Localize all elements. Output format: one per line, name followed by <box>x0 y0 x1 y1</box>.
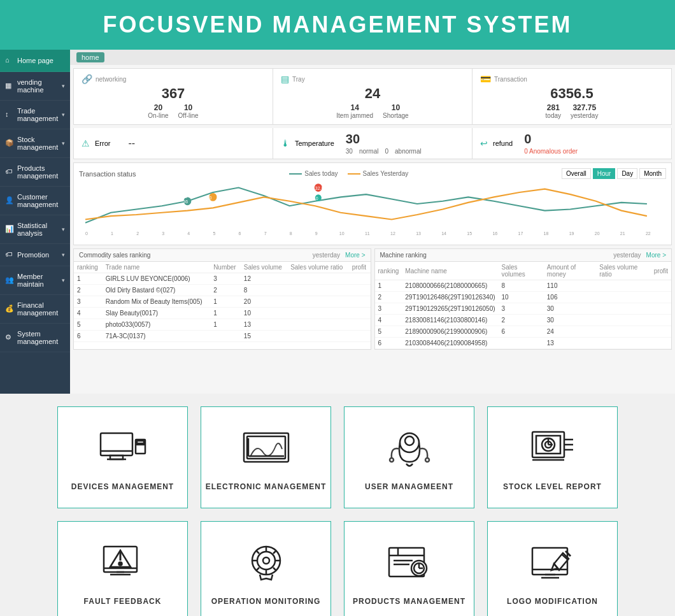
svg-text:5: 5 <box>213 231 215 236</box>
table-row: 2Old Dirty Bastard ©(027)28 <box>74 285 371 296</box>
trade-icon: ↕ <box>5 110 14 119</box>
svg-rect-34 <box>101 433 132 455</box>
operation-label: OPERATION MONITORING <box>211 597 321 606</box>
sidebar-item-financial[interactable]: 💰 Financal management <box>0 295 70 324</box>
stock-icon: 📦 <box>5 139 14 148</box>
temp-normal: 30 <box>346 148 353 155</box>
networking-number: 367 <box>82 87 265 101</box>
table-row: 121080000666(21080000665)8110 <box>375 280 672 292</box>
col-profit: profit <box>651 262 671 280</box>
col-sales-ratio: Sales volume ratio <box>596 262 651 280</box>
sidebar-item-member[interactable]: 👥 Member maintain ▾ <box>0 266 70 295</box>
user-mgmt-icon <box>384 424 435 475</box>
col-profit: profit <box>349 262 371 273</box>
tray-label: Tray <box>292 76 305 83</box>
sidebar-item-trade[interactable]: ↕ Trade management ▾ <box>0 101 70 129</box>
chart-title: Transaction status <box>79 170 136 178</box>
today-label: today <box>546 112 561 119</box>
sidebar-item-label: Trade management <box>17 107 59 122</box>
sidebar-item-vending[interactable]: ▦ vending machine ▾ <box>0 72 70 101</box>
devices-label: DEVICES MANAGEMENT <box>71 482 174 491</box>
svg-text:22: 22 <box>646 231 651 236</box>
col-trade-name: Trade name <box>103 262 210 273</box>
network-icon: 🔗 <box>82 74 92 84</box>
anomalous-label: Anomalous order <box>529 148 578 155</box>
sidebar-item-system[interactable]: ⚙ System management <box>0 324 70 352</box>
fault-label: FAULT FEEDBACK <box>84 597 162 606</box>
stats-row-2: ⚠ Error -- 🌡 Temperature 30 30 normal 0 … <box>73 128 672 159</box>
svg-text:0: 0 <box>85 231 88 236</box>
sidebar-item-home[interactable]: ⌂ Home page <box>0 50 70 72</box>
products-mgmt-icon <box>384 538 435 589</box>
sidebar-item-label: vending machine <box>17 78 59 94</box>
logo-mod-icon <box>527 538 578 589</box>
svg-text:17: 17 <box>518 231 523 236</box>
legend-today-label: Sales today <box>304 170 338 177</box>
sidebar-item-promotion[interactable]: 🏷 Promotion ▾ <box>0 244 70 266</box>
svg-rect-72 <box>532 548 567 575</box>
card-products[interactable]: PRODUCTS MANAGEMENT <box>344 521 474 616</box>
svg-text:18: 18 <box>544 231 549 236</box>
sidebar-item-customer[interactable]: 👤 Customer management <box>0 187 70 215</box>
online-label: On-line <box>148 112 168 119</box>
svg-rect-40 <box>137 441 144 443</box>
tables-row: Commodity sales ranking yesterday More >… <box>73 248 672 350</box>
table-row: 3Random Mix of Beauty Items(005)120 <box>74 296 371 308</box>
machine-more[interactable]: More > <box>646 252 666 259</box>
sidebar-item-stock[interactable]: 📦 Stock management ▾ <box>0 129 70 158</box>
tab-month[interactable]: Month <box>639 168 666 179</box>
temperature-main: 30 <box>346 132 360 146</box>
stat-tray: ▤ Tray 24 14 Item jammed 10 Shortage <box>273 69 472 124</box>
table-row: 329T190129265(29T190126050)330 <box>375 303 672 315</box>
card-user[interactable]: USER MANAGMEENT <box>344 406 474 508</box>
card-fault[interactable]: FAULT FEEDBACK <box>57 521 188 616</box>
tab-hour[interactable]: Hour <box>593 168 616 179</box>
error-icon: ⚠ <box>82 138 90 148</box>
logo-label: LOGO MODIFICATION <box>507 597 598 606</box>
chevron-down-icon: ▾ <box>62 83 65 89</box>
offline-number: 10 <box>178 103 199 112</box>
table-row: 421830081146(21030800146)230 <box>375 315 672 326</box>
svg-text:11: 11 <box>365 231 370 236</box>
legend-today-dot <box>289 173 302 175</box>
chart-container: Transaction status Sales today Sales Yes… <box>73 162 672 245</box>
sidebar-item-label: Statistical analysis <box>17 222 59 237</box>
card-logo[interactable]: LOGO MODIFICATION <box>487 521 618 616</box>
chart-header: Transaction status Sales today Sales Yes… <box>79 168 666 179</box>
chevron-down-icon: ▾ <box>62 226 65 233</box>
error-label: Error <box>95 140 110 147</box>
products-icon: 🏷 <box>5 168 14 176</box>
sidebar-item-products[interactable]: 🏷 Products management <box>0 158 70 187</box>
card-operation[interactable]: OPERATION MONITORING <box>201 521 331 616</box>
card-electronic[interactable]: ELECTRONIC MANAGEMENT <box>201 406 331 508</box>
breadcrumb-home[interactable]: home <box>76 52 104 62</box>
card-stock[interactable]: STOCK LEVEL REPORT <box>487 406 618 508</box>
cards-section: DEVICES MANAGEMENT ELECTRONIC MANAGEMENT <box>0 394 675 616</box>
col-sales-vols: Sales volumes <box>499 262 544 280</box>
table-row: 671A-3C(0137)15 <box>74 331 371 342</box>
sidebar-item-stats[interactable]: 📊 Statistical analysis ▾ <box>0 215 70 244</box>
svg-text:6: 6 <box>239 231 241 236</box>
shortage-label: Shortage <box>383 112 409 119</box>
system-icon: ⚙ <box>5 333 14 342</box>
tab-overall[interactable]: Overall <box>562 168 591 179</box>
products-label: PRODUCTS MANAGEMENT <box>353 597 465 606</box>
tab-day[interactable]: Day <box>617 168 637 179</box>
online-number: 20 <box>148 103 168 112</box>
svg-point-65 <box>257 552 275 569</box>
yesterday-number: 327.75 <box>571 103 598 112</box>
commodity-more[interactable]: More > <box>345 252 365 259</box>
temp-abnormal-label: abnormal <box>395 148 422 155</box>
temperature-label: Temperature <box>295 140 334 147</box>
stat-transaction: 💳 Transaction 6356.5 281 today 327.75 ye… <box>472 69 671 124</box>
svg-text:12: 12 <box>390 231 395 236</box>
sidebar-item-label: Home page <box>17 57 53 64</box>
card-devices[interactable]: DEVICES MANAGEMENT <box>57 406 188 508</box>
sidebar-item-label: Customer management <box>17 193 65 208</box>
table-row: 229T190126486(29T190126340)10106 <box>375 292 672 303</box>
sidebar-item-label: Products management <box>17 164 65 180</box>
temp-normal-label: normal <box>359 148 379 155</box>
vending-icon: ▦ <box>5 82 14 90</box>
svg-text:8: 8 <box>290 231 292 236</box>
sidebar: ⌂ Home page ▦ vending machine ▾ ↕ Trade … <box>0 50 70 394</box>
